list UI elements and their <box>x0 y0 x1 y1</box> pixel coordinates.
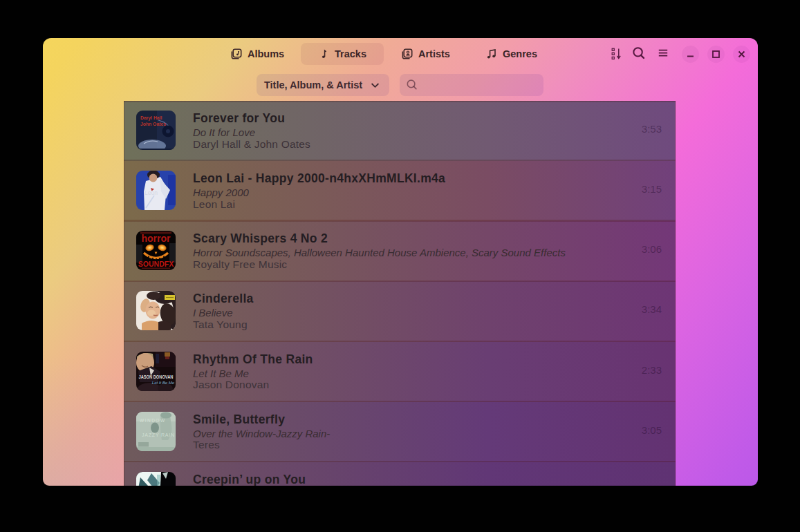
svg-text:Let It Be Me: Let It Be Me <box>152 380 175 384</box>
svg-text:Leon: Leon <box>145 189 158 196</box>
svg-text:horror: horror <box>142 233 171 244</box>
svg-text:SOUNDFX: SOUNDFX <box>138 260 174 268</box>
svg-text:JASON DONOVAN: JASON DONOVAN <box>139 373 174 379</box>
svg-text:Daryl Hall: Daryl Hall <box>140 115 162 121</box>
svg-text:JAZZY RAIN: JAZZY RAIN <box>142 433 175 437</box>
svg-text:John Oates: John Oates <box>140 122 166 126</box>
svg-text:WINDOW: WINDOW <box>140 418 166 423</box>
